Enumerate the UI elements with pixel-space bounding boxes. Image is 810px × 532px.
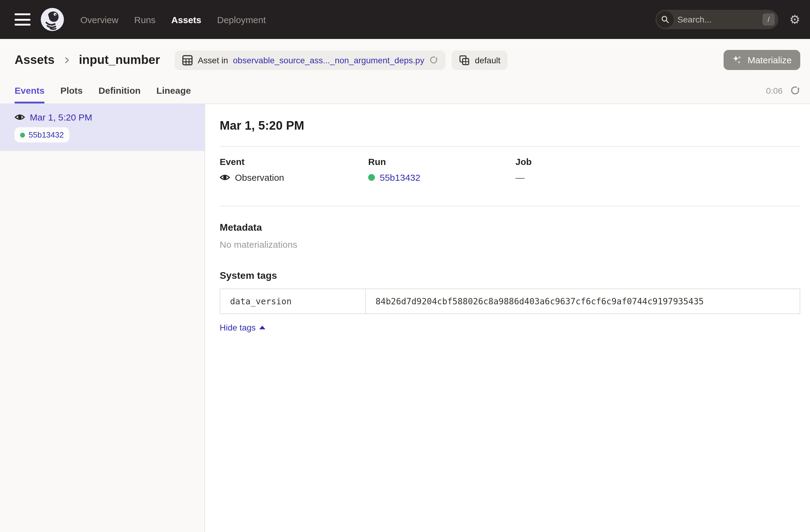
search-shortcut-key: / [763, 13, 775, 26]
primary-nav: Overview Runs Assets Deployment [80, 14, 266, 25]
search-icon [657, 11, 674, 28]
run-id-link[interactable]: 55b13432 [380, 172, 421, 182]
asset-location-chip: Asset in observable_source_ass..._non_ar… [175, 50, 446, 70]
run-column-label: Run [368, 157, 516, 167]
observation-eye-icon [220, 172, 230, 182]
breadcrumb-assets-link[interactable]: Assets [15, 53, 54, 67]
asset-table-icon [182, 54, 193, 65]
metadata-empty-text: No materializations [220, 239, 800, 249]
run-column: Run 55b13432 [368, 157, 516, 182]
run-badge[interactable]: 55b13432 [15, 127, 69, 142]
search-box[interactable]: / [655, 10, 778, 29]
job-column: Job — [516, 157, 800, 182]
auto-refresh-zone: 0:06 [766, 77, 800, 103]
breadcrumb-row: Assets input_number Asset in observable_… [0, 39, 810, 77]
page-title: input_number [79, 53, 160, 67]
run-status-dot-icon [20, 132, 25, 137]
chevron-right-icon [62, 55, 71, 65]
divider [220, 146, 800, 147]
tab-definition[interactable]: Definition [99, 77, 141, 103]
divider [220, 206, 800, 206]
asset-tabs: Events Plots Definition Lineage [15, 77, 191, 103]
refresh-countdown: 0:06 [766, 85, 783, 95]
tag-value-cell: 84b26d7d9204cbf588026c8a9886d403a6c9637c… [366, 289, 800, 313]
system-tags-table: data_version 84b26d7d9204cbf588026c8a988… [220, 289, 800, 314]
system-tags-heading: System tags [220, 270, 800, 281]
job-value: — [516, 172, 800, 182]
dagster-logo-icon [40, 7, 65, 32]
top-navbar: Overview Runs Assets Deployment / ⚙ [0, 0, 810, 39]
run-status-dot-icon [368, 174, 375, 181]
asset-tabs-row: Events Plots Definition Lineage 0:06 [0, 77, 810, 104]
materialize-button[interactable]: Materialize [724, 50, 800, 70]
event-summary-columns: Event Observation Run [220, 157, 800, 182]
event-column-label: Event [220, 157, 368, 167]
search-input[interactable] [675, 15, 763, 25]
nav-item-overview[interactable]: Overview [80, 14, 118, 25]
event-type-value: Observation [235, 172, 284, 182]
reload-definition-icon[interactable] [429, 55, 438, 65]
hide-tags-link[interactable]: Hide tags [220, 323, 265, 332]
event-detail-title: Mar 1, 5:20 PM [220, 119, 800, 133]
tab-plots[interactable]: Plots [60, 77, 82, 103]
event-detail-panel: Mar 1, 5:20 PM Event Observation [205, 104, 810, 532]
metadata-heading: Metadata [220, 222, 800, 233]
materialize-label: Materialize [748, 55, 792, 65]
observation-eye-icon [15, 112, 25, 122]
code-location-chip[interactable]: default [452, 50, 507, 70]
tab-lineage[interactable]: Lineage [157, 77, 191, 103]
code-location-label: default [475, 55, 500, 65]
events-sidebar: Mar 1, 5:20 PM 55b13432 [0, 104, 205, 532]
asset-location-prefix: Asset in [198, 55, 228, 65]
nav-item-deployment[interactable]: Deployment [217, 14, 266, 25]
nav-item-runs[interactable]: Runs [134, 14, 156, 25]
event-list-item[interactable]: Mar 1, 5:20 PM 55b13432 [0, 104, 205, 151]
refresh-icon[interactable] [790, 85, 800, 96]
repo-grid-icon [459, 54, 470, 65]
content-area: Mar 1, 5:20 PM 55b13432 Mar 1, 5:20 PM E… [0, 104, 810, 532]
caret-up-icon [259, 326, 265, 329]
nav-item-assets[interactable]: Assets [171, 14, 201, 25]
menu-icon[interactable] [15, 13, 30, 26]
job-column-label: Job [516, 157, 800, 167]
run-badge-id: 55b13432 [29, 130, 64, 140]
hide-tags-label: Hide tags [220, 323, 256, 332]
event-column: Event Observation [220, 157, 368, 182]
tag-key-cell: data_version [220, 289, 366, 313]
event-timestamp: Mar 1, 5:20 PM [30, 112, 92, 122]
app-window: Overview Runs Assets Deployment / ⚙ Asse… [0, 0, 810, 532]
tab-events[interactable]: Events [15, 77, 45, 103]
sparkles-icon [732, 55, 743, 65]
asset-definition-link[interactable]: observable_source_ass..._non_argument_de… [233, 55, 424, 65]
settings-gear-icon[interactable]: ⚙ [789, 13, 800, 26]
